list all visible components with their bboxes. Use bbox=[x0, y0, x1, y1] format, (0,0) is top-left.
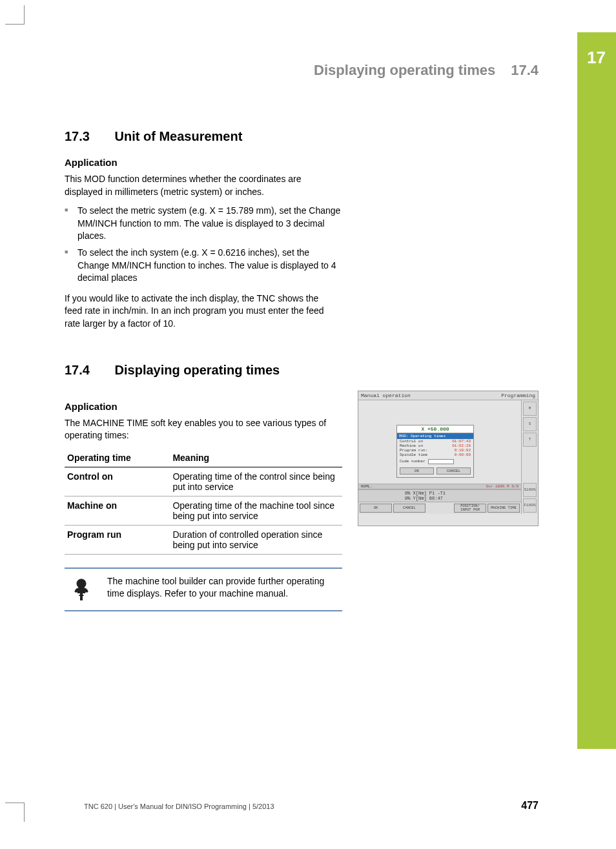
table-row: Machine on Operating time of the machine… bbox=[65, 496, 342, 525]
footer-text: TNC 620 | User's Manual for DIN/ISO Prog… bbox=[84, 803, 274, 810]
sb-softkey-cancel[interactable]: CANCEL bbox=[393, 504, 426, 513]
table-cell-meaning: Duration of controlled operation since b… bbox=[170, 525, 342, 554]
note-text: The machine tool builder can provide fur… bbox=[107, 575, 340, 600]
table-header: Operating time bbox=[65, 449, 170, 467]
page-footer: TNC 620 | User's Manual for DIN/ISO Prog… bbox=[84, 800, 539, 812]
crop-mark-top-left bbox=[5, 5, 25, 25]
table-row: Control on Operating time of the control… bbox=[65, 467, 342, 496]
sb-dialog-title: MOD: Operating times bbox=[397, 433, 473, 439]
operating-times-table: Operating time Meaning Control on Operat… bbox=[65, 449, 342, 555]
crop-mark-bottom-left bbox=[5, 803, 25, 822]
sb-row-label: Program run: bbox=[400, 448, 427, 453]
sb-row-value: 01:07:43 bbox=[452, 439, 471, 444]
sb-side-buttons: M S T S100% F100% bbox=[521, 400, 538, 514]
sb-row-value: 0:18:02 bbox=[455, 448, 471, 453]
section-number: 17.3 bbox=[65, 129, 111, 144]
table-cell-name: Control on bbox=[65, 467, 170, 496]
section-number: 17.4 bbox=[65, 363, 111, 378]
page-number: 477 bbox=[521, 800, 539, 812]
section-heading-17-4: 17.4 Displaying operating times bbox=[65, 363, 555, 378]
section-heading-17-3: 17.3 Unit of Measurement bbox=[65, 129, 555, 144]
bullet-item: To select the inch system (e.g. X = 0.62… bbox=[65, 247, 342, 285]
page-header: Displaying operating times 17.4 bbox=[314, 62, 539, 79]
svg-rect-1 bbox=[80, 593, 83, 600]
section-title: Displaying operating times bbox=[115, 363, 280, 377]
sb-side-btn[interactable]: F100% bbox=[523, 498, 537, 513]
sb-row-value: 0:00:00 bbox=[455, 453, 471, 457]
section-title: Unit of Measurement bbox=[115, 129, 243, 143]
header-title: Displaying operating times bbox=[314, 62, 495, 78]
machine-builder-icon bbox=[67, 575, 96, 604]
sb-statusbar-top-ovr: Ovr 100% M 5/9 bbox=[486, 484, 518, 489]
application-heading-17-4: Application bbox=[65, 401, 342, 412]
sb-row-label: Spindle time bbox=[400, 453, 427, 457]
sb-row-value: 01:02:26 bbox=[452, 444, 471, 448]
sb-title-left: Manual operation bbox=[361, 393, 411, 398]
sb-coord: X +50.000 bbox=[397, 425, 473, 433]
sb-title-right: Programming bbox=[501, 393, 535, 398]
table-row: Program run Duration of controlled opera… bbox=[65, 525, 342, 554]
intro-17-4: The MACHINE TIME soft key enables you to… bbox=[65, 417, 336, 442]
sb-row-label: Control on bbox=[400, 439, 423, 444]
sb-side-btn[interactable]: T bbox=[523, 433, 537, 447]
sb-statusbar-top: NOML. Ovr 100% M 5/9 bbox=[358, 484, 521, 489]
table-cell-meaning: Operating time of the control since bein… bbox=[170, 467, 342, 496]
sb-softkey-ok[interactable]: OK bbox=[360, 504, 392, 513]
application-heading-17-3: Application bbox=[65, 157, 555, 168]
sb-side-btn[interactable]: M bbox=[523, 402, 537, 416]
bullet-item: To select the metric system (e.g. X = 15… bbox=[65, 205, 342, 243]
intro-17-3: This MOD function determines whether the… bbox=[65, 173, 336, 198]
sb-side-btn[interactable]: S bbox=[523, 417, 537, 431]
sb-softkey-position[interactable]: POSITION/ INPUT PGM bbox=[454, 504, 486, 513]
sb-code-label: Code number bbox=[400, 459, 426, 464]
sb-softkey-bar: OK CANCEL POSITION/ INPUT PGM MACHINE TI… bbox=[358, 502, 521, 514]
sb-row-label: Machine on bbox=[400, 444, 423, 448]
sb-status-line: 0% Y[Nm] 08:47 bbox=[405, 496, 495, 501]
sb-softkey-machine-time[interactable]: MACHINE TIME bbox=[488, 504, 520, 513]
bullet-list-17-3: To select the metric system (e.g. X = 15… bbox=[65, 205, 342, 285]
table-cell-meaning: Operating time of the machine tool since… bbox=[170, 496, 342, 525]
table-cell-name: Program run bbox=[65, 525, 170, 554]
sb-status-line: 0% X[Nm] P1 -T1 bbox=[405, 491, 495, 496]
header-section-number: 17.4 bbox=[511, 62, 539, 78]
sb-cancel-button[interactable]: CANCEL bbox=[436, 467, 471, 475]
svg-rect-0 bbox=[77, 591, 85, 593]
sb-ok-button[interactable]: OK bbox=[400, 467, 434, 475]
sb-dialog: X +50.000 MOD: Operating times Control o… bbox=[396, 425, 474, 478]
sb-statusbar-top-left: NOML. bbox=[361, 484, 373, 489]
outro-17-3: If you would like to activate the inch d… bbox=[65, 292, 336, 331]
chapter-tab: 17 bbox=[577, 32, 616, 749]
chapter-number: 17 bbox=[587, 48, 606, 68]
manual-note: The machine tool builder can provide fur… bbox=[65, 568, 342, 611]
sb-statusbar: 0% X[Nm] P1 -T1 0% Y[Nm] 08:47 bbox=[358, 489, 521, 502]
table-cell-name: Machine on bbox=[65, 496, 170, 525]
tnc-screenshot: Manual operation Programming X +50.000 M… bbox=[358, 391, 539, 526]
table-header: Meaning bbox=[170, 449, 342, 467]
sb-code-input[interactable] bbox=[428, 459, 454, 464]
sb-side-btn[interactable]: S100% bbox=[523, 483, 537, 497]
